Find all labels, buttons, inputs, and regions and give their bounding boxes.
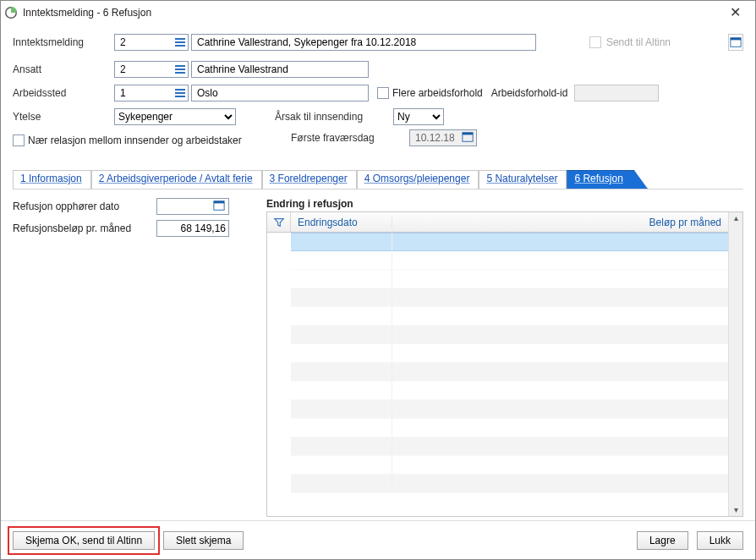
- svg-rect-8: [175, 69, 185, 70]
- input-arbeidssted-name[interactable]: [191, 85, 369, 102]
- label-sendt-altinn: Sendt til Altinn: [606, 36, 671, 48]
- svg-rect-9: [175, 72, 185, 74]
- titlebar: Inntektsmelding - 6 Refusjon ✕: [1, 1, 755, 25]
- slett-skjema-button[interactable]: Slett skjema: [163, 531, 244, 550]
- filter-icon[interactable]: [267, 212, 291, 232]
- label-ansatt: Ansatt: [13, 63, 114, 75]
- row-ansatt: Ansatt: [13, 60, 743, 79]
- tab-bar: 1 Informasjon 2 Arbeidsgiverperiode / Av…: [13, 170, 743, 189]
- svg-rect-11: [175, 92, 185, 94]
- grid-header: Endringsdato Beløp pr måned: [267, 212, 728, 233]
- lookup-icon[interactable]: [173, 36, 187, 49]
- svg-rect-4: [175, 45, 185, 47]
- lookup-icon[interactable]: [173, 63, 187, 76]
- sendt-altinn-group: Sendt til Altinn: [589, 34, 743, 51]
- tab-informasjon[interactable]: 1 Informasjon: [13, 170, 91, 189]
- svg-rect-7: [175, 65, 185, 67]
- close-button[interactable]: ✕: [720, 6, 750, 19]
- input-ansatt-name[interactable]: [191, 61, 369, 78]
- content-area: Inntektsmelding Sendt til Altinn Ansatt: [1, 25, 755, 520]
- tab-content-refusjon: Refusjon opphører dato Refusjonsbeløp pr…: [13, 189, 743, 517]
- select-ytelse[interactable]: Sykepenger: [114, 108, 236, 125]
- label-arbeidsforhold-id: Arbeidsforhold-id: [491, 87, 568, 99]
- label-relasjon: Nær relasjon mellom innsender og arbeids…: [28, 135, 242, 146]
- label-flere-arbeidsforhold: Flere arbeidsforhold: [392, 87, 483, 99]
- tab-refusjon[interactable]: 6 Refusjon: [567, 170, 647, 189]
- calendar-altinn-icon[interactable]: [728, 34, 743, 51]
- relasjon-group: Nær relasjon mellom innsender og arbeids…: [13, 135, 242, 146]
- row-ytelse: Ytelse Sykepenger Årsak til innsending N…: [13, 107, 743, 126]
- grid-col-belop[interactable]: Beløp pr måned: [392, 217, 728, 228]
- checkbox-flere-arbeidsforhold[interactable]: [377, 87, 389, 99]
- lukk-button[interactable]: Lukk: [697, 531, 743, 550]
- label-refusjon-opphorer: Refusjon opphører dato: [13, 200, 156, 212]
- refusjon-left-pane: Refusjon opphører dato Refusjonsbeløp pr…: [13, 198, 249, 517]
- tab-omsorg[interactable]: 4 Omsorgs/pleiepenger: [357, 170, 479, 189]
- svg-rect-12: [175, 96, 185, 97]
- flere-arbeidsforhold-group: Flere arbeidsforhold: [377, 87, 483, 99]
- label-ytelse: Ytelse: [13, 111, 114, 123]
- checkbox-sendt-altinn[interactable]: [589, 36, 601, 48]
- send-altinn-button[interactable]: Skjema OK, send til Altinn: [13, 531, 155, 550]
- input-inntektsmelding-desc[interactable]: [191, 34, 536, 51]
- app-icon: [4, 6, 18, 19]
- scroll-up-icon[interactable]: ▴: [734, 214, 738, 222]
- refusjon-right-pane: Endring i refusjon Endringsdato Beløp pr…: [266, 198, 743, 517]
- window-title: Inntektsmelding - 6 Refusjon: [23, 7, 720, 19]
- calendar-icon[interactable]: [213, 200, 227, 213]
- grid-col-endringsdato[interactable]: Endringsdato: [291, 217, 392, 228]
- label-inntektsmelding: Inntektsmelding: [13, 36, 114, 48]
- row-arbeidssted: Arbeidssted Flere arbeidsforhold Arbeids…: [13, 84, 743, 102]
- tab-arbeidsgiverperiode[interactable]: 2 Arbeidsgiverperiode / Avtalt ferie: [91, 170, 262, 189]
- checkbox-relasjon[interactable]: [13, 135, 25, 146]
- label-aarsak: Årsak til innsending: [275, 111, 393, 123]
- grid-heading: Endring i refusjon: [266, 198, 743, 210]
- label-arbeidssted: Arbeidssted: [13, 87, 114, 99]
- input-arbeidsforhold-id: [574, 85, 659, 102]
- select-aarsak[interactable]: Ny: [393, 108, 444, 125]
- grid-endring: Endringsdato Beløp pr måned: [266, 211, 743, 517]
- svg-rect-14: [463, 133, 473, 135]
- label-refusjonsbelop: Refusjonsbeløp pr. måned: [13, 222, 156, 234]
- row-relasjon: Nær relasjon mellom innsender og arbeids…: [13, 131, 743, 150]
- footer: Skjema OK, send til Altinn Slett skjema …: [1, 520, 755, 559]
- grid-body[interactable]: [267, 233, 728, 516]
- svg-rect-3: [175, 41, 185, 43]
- lookup-icon[interactable]: [173, 86, 187, 100]
- input-refusjonsbelop[interactable]: [156, 220, 229, 237]
- calendar-icon[interactable]: [462, 131, 475, 145]
- label-forste-dag: Første fraværsdag: [291, 132, 409, 144]
- tab-foreldrepenger[interactable]: 3 Foreldrepenger: [262, 170, 357, 189]
- app-window: Inntektsmelding - 6 Refusjon ✕ Inntektsm…: [0, 0, 756, 560]
- lagre-button[interactable]: Lagre: [637, 531, 688, 550]
- svg-rect-6: [731, 38, 741, 41]
- scroll-down-icon[interactable]: ▾: [734, 506, 738, 514]
- grid-scrollbar[interactable]: ▴ ▾: [728, 212, 742, 516]
- row-inntektsmelding: Inntektsmelding Sendt til Altinn: [13, 33, 743, 52]
- svg-rect-16: [214, 201, 224, 204]
- svg-rect-2: [175, 38, 185, 40]
- tab-naturalytelser[interactable]: 5 Naturalytelser: [479, 170, 567, 189]
- svg-rect-10: [175, 89, 185, 91]
